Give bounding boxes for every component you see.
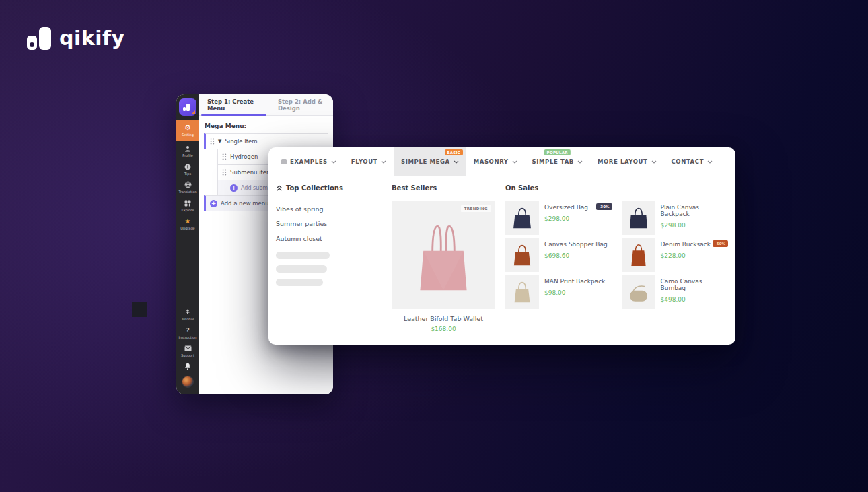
- nav-tab-more-layout[interactable]: MORE LAYOUT: [590, 147, 664, 176]
- app-logo-icon[interactable]: [179, 98, 196, 116]
- user-avatar[interactable]: [182, 376, 194, 388]
- drag-handle-icon[interactable]: [222, 169, 227, 176]
- qikify-logo-text: qikify: [59, 26, 125, 50]
- bag-image: [509, 279, 535, 305]
- skeleton-placeholder: [276, 265, 327, 273]
- product-oversized-bag[interactable]: Oversized Bag $298.00 -30%: [505, 201, 612, 235]
- trending-badge: TRENDING: [461, 205, 491, 212]
- sidebar-item-instruction[interactable]: ? Instruction: [176, 324, 199, 342]
- chevron-down-icon: [331, 160, 336, 164]
- nav-tab-contact[interactable]: CONTACT: [664, 147, 721, 176]
- globe-icon: [184, 181, 192, 188]
- bag-image: [626, 279, 651, 305]
- best-sellers-column: Best Sellers TRENDING Leather Bifold Tab…: [392, 184, 495, 345]
- product-thumbnail: [505, 238, 539, 272]
- product-price: $698.60: [544, 252, 608, 259]
- sidebar-item-profile[interactable]: Profile: [176, 142, 199, 160]
- double-chevron-up-icon: [276, 185, 283, 192]
- product-price: $298.00: [544, 215, 588, 222]
- best-seller-product-name[interactable]: Leather Bifold Tab Wallet: [392, 315, 495, 322]
- chevron-down-icon: [454, 160, 459, 164]
- product-canvas-shopper-bag[interactable]: Canvas Shopper Bag $698.60: [505, 238, 612, 272]
- menu-item-label: Hydrogen: [230, 153, 258, 160]
- pink-tote-bag-image: [411, 217, 476, 293]
- product-name: Camo Canvas Bumbag: [661, 278, 729, 291]
- product-thumbnail: [622, 201, 655, 235]
- bag-image: [509, 205, 535, 231]
- question-icon: ?: [186, 326, 189, 334]
- chevron-down-icon[interactable]: ▼: [218, 139, 221, 144]
- discount-badge: -30%: [596, 203, 612, 210]
- sidebar-item-translation[interactable]: Translation: [176, 178, 199, 197]
- qikify-logo: qikify: [26, 24, 125, 51]
- nav-tab-masonry[interactable]: MASONRY: [466, 147, 525, 176]
- grid-icon: [281, 159, 287, 164]
- sidebar-item-tutorial[interactable]: Tutorial: [176, 306, 199, 324]
- bag-image: [509, 242, 535, 268]
- on-sales-grid: Oversized Bag $298.00 -30%: [505, 201, 728, 309]
- bag-image: [626, 242, 651, 268]
- nav-tab-simple-tab[interactable]: POPULAR SIMPLE TAB: [525, 147, 590, 176]
- product-thumbnail: [505, 275, 539, 309]
- product-price: $98.00: [544, 289, 605, 296]
- chevron-down-icon: [381, 160, 386, 164]
- product-price: $498.00: [661, 296, 729, 303]
- menu-item-label: Single Item: [225, 138, 257, 145]
- chevron-down-icon: [651, 160, 657, 164]
- menu-item-label: Submenu item: [230, 169, 272, 176]
- star-icon: ★: [185, 217, 191, 225]
- decorative-square: [132, 302, 147, 317]
- drag-handle-icon[interactable]: [210, 138, 215, 145]
- nav-tab-simple-mega[interactable]: BASIC SIMPLE MEGA: [394, 147, 466, 176]
- sidebar-item-support[interactable]: Support: [176, 342, 199, 360]
- nav-tab-flyout[interactable]: FLYOUT: [344, 147, 394, 176]
- product-thumbnail: [622, 238, 655, 272]
- nav-tab-examples[interactable]: EXAMPLES: [274, 147, 344, 176]
- tutorial-icon: [184, 308, 191, 316]
- on-sales-column: On Sales Oversized Bag $298.00: [505, 184, 728, 345]
- sidebar-item-notifications[interactable]: [176, 360, 199, 373]
- sidebar-item-upgrade[interactable]: ★ Upgrade: [176, 215, 199, 233]
- product-denim-rucksack[interactable]: Denim Rucksack $228.00 -50%: [622, 238, 729, 272]
- product-name: Canvas Shopper Bag: [544, 241, 608, 248]
- drag-handle-icon[interactable]: [222, 153, 227, 160]
- best-seller-product-image[interactable]: TRENDING: [392, 201, 495, 309]
- popular-badge: POPULAR: [544, 149, 570, 155]
- product-camo-canvas-bumbag[interactable]: Camo Canvas Bumbag $498.00: [622, 275, 729, 309]
- product-plain-canvas-backpack[interactable]: Plain Canvas Backpack $298.00: [622, 201, 729, 235]
- marketing-background: qikify ⚙ Setting Profile Tips: [0, 0, 868, 492]
- step-tabs: Step 1: Create Menu Step 2: Add & Design: [199, 94, 333, 116]
- best-seller-product-price: $168.00: [392, 326, 495, 332]
- collection-link-vibes-of-spring[interactable]: Vibes of spring: [276, 201, 382, 216]
- tab-step2-add-design[interactable]: Step 2: Add & Design: [278, 98, 333, 112]
- collection-link-summer-parties[interactable]: Summer parties: [276, 216, 382, 231]
- product-price: $228.00: [661, 252, 711, 259]
- bag-image: [626, 205, 651, 231]
- sidebar-item-setting[interactable]: ⚙ Setting: [176, 120, 199, 141]
- product-man-print-backpack[interactable]: MAN Print Backpack $98.00: [505, 275, 612, 309]
- top-collections-column: Top Collections Vibes of spring Summer p…: [276, 184, 382, 345]
- person-icon: [184, 145, 191, 152]
- product-name: Denim Rucksack: [661, 241, 711, 248]
- info-icon: [184, 163, 191, 170]
- basic-badge: BASIC: [445, 149, 463, 155]
- product-name: MAN Print Backpack: [544, 278, 605, 285]
- mega-menu-preview-window: EXAMPLES FLYOUT BASIC SIMPLE MEGA MASONR…: [268, 147, 735, 345]
- top-collections-header: Top Collections: [276, 184, 382, 197]
- product-name: Plain Canvas Backpack: [661, 204, 729, 217]
- plus-circle-icon: +: [210, 200, 217, 207]
- skeleton-placeholder: [276, 252, 330, 259]
- admin-sidebar: ⚙ Setting Profile Tips Translation: [176, 94, 199, 394]
- storefront-nav: EXAMPLES FLYOUT BASIC SIMPLE MEGA MASONR…: [268, 147, 735, 176]
- active-tab-underline: [201, 114, 266, 116]
- product-price: $298.00: [661, 222, 729, 229]
- qikify-logo-icon: [26, 24, 52, 51]
- product-thumbnail: [622, 275, 655, 309]
- bell-icon: [184, 363, 191, 370]
- chevron-down-icon: [577, 160, 583, 164]
- sidebar-item-tips[interactable]: Tips: [176, 160, 199, 178]
- collection-link-autumn-closet[interactable]: Autumn closet: [276, 231, 382, 246]
- product-thumbnail: [505, 201, 539, 235]
- tab-step1-create-menu[interactable]: Step 1: Create Menu: [199, 98, 260, 112]
- sidebar-item-explore[interactable]: Explore: [176, 197, 199, 215]
